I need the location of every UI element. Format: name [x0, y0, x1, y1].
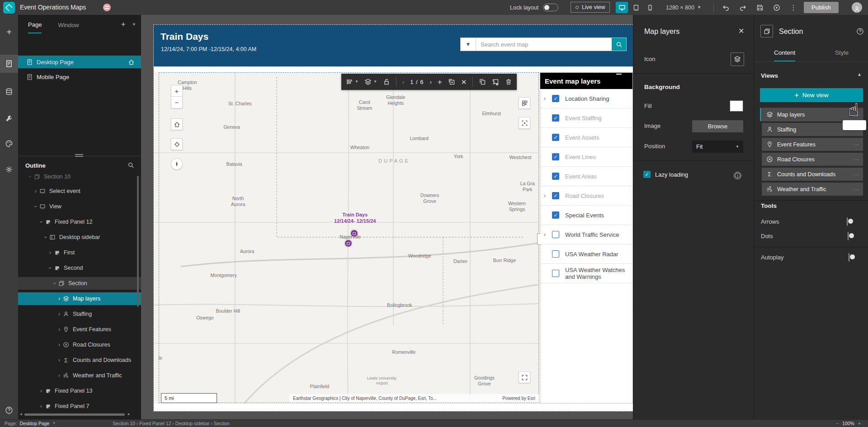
layer-row[interactable]: ✓ Special Events	[540, 206, 632, 225]
compass-button[interactable]	[171, 158, 183, 170]
layer-checkbox[interactable]	[552, 250, 559, 258]
outline-item-section[interactable]: › Section	[18, 277, 141, 290]
tab-page[interactable]: Page	[28, 16, 42, 33]
scroll-left-icon[interactable]: ◂	[20, 412, 22, 416]
layer-row[interactable]: ✓ Event Areas	[540, 167, 632, 186]
layer-row[interactable]: ✓ Event Assets	[540, 128, 632, 147]
outline-item-event-features[interactable]: › Event Features	[18, 323, 141, 336]
data-panel-button[interactable]	[0, 83, 18, 101]
chevron-icon[interactable]: ›	[33, 203, 39, 210]
view-options-button[interactable]: ···	[853, 187, 859, 192]
settings-panel-button[interactable]	[0, 160, 18, 178]
search-button[interactable]	[612, 38, 626, 51]
position-select[interactable]: Fit ▼	[692, 141, 743, 153]
outline-item-counts-downloads[interactable]: › Σ Counts and Downloads	[18, 354, 141, 366]
layer-checkbox[interactable]	[552, 270, 559, 277]
insert-widget-button[interactable]: +	[0, 23, 18, 41]
view-options-button[interactable]: ···	[853, 142, 859, 147]
outline-item-weather-traffic[interactable]: › Weather and Traffic	[18, 369, 141, 382]
prev-view-button[interactable]: ‹	[402, 79, 404, 85]
preview-button[interactable]	[771, 2, 783, 14]
outline-item-desktop-sidebar[interactable]: › Desktop sidebar	[18, 231, 141, 244]
chevron-icon[interactable]: ›	[56, 296, 62, 302]
chevron-icon[interactable]: ›	[47, 265, 53, 271]
view-options-button[interactable]: ···	[853, 172, 859, 177]
chevron-icon[interactable]: ›	[56, 357, 62, 363]
minimize-icon[interactable]	[616, 74, 622, 75]
outline-item-second[interactable]: › Second	[18, 262, 141, 274]
dots-toggle[interactable]	[848, 232, 849, 240]
chevron-icon[interactable]: ›	[47, 249, 53, 256]
layer-row[interactable]: › World Traffic Service	[540, 225, 632, 244]
icon-picker-button[interactable]	[731, 52, 744, 66]
close-icon[interactable]: ✕	[738, 28, 744, 35]
page-item-desktop[interactable]: Desktop Page	[18, 56, 141, 68]
help-button[interactable]	[0, 401, 18, 419]
view-item-weather-traffic[interactable]: Weather and Traffic ···	[762, 183, 863, 196]
resolution-dropdown[interactable]: 1280 × 800	[666, 5, 694, 11]
event-pin-icon[interactable]	[344, 239, 352, 247]
search-input[interactable]	[476, 38, 612, 51]
publish-button[interactable]: Publish	[804, 2, 839, 13]
page-panel-button[interactable]	[0, 55, 18, 73]
tab-content[interactable]: Content	[774, 49, 795, 61]
home-extent-button[interactable]	[171, 118, 183, 130]
event-map-layers-header[interactable]: Event map layers	[540, 73, 632, 89]
zoom-in-icon[interactable]: +	[858, 421, 861, 426]
layer-checkbox[interactable]: ✓	[552, 173, 559, 180]
fill-color-swatch[interactable]	[730, 101, 743, 111]
duplicate-view-button[interactable]	[448, 78, 455, 85]
delete-widget-button[interactable]	[505, 78, 512, 85]
view-item-road-closures[interactable]: Road Closures ···	[762, 153, 863, 166]
chevron-icon[interactable]: ›	[38, 388, 44, 394]
live-view-button[interactable]: Live view	[571, 2, 610, 13]
more-menu-button[interactable]: ⋮	[788, 2, 799, 14]
scroll-right-icon[interactable]: ▸	[128, 412, 130, 416]
layer-row[interactable]: ✓ Event Staffing	[540, 108, 632, 128]
tools-panel-button[interactable]	[0, 109, 18, 127]
device-desktop-button[interactable]	[616, 2, 628, 13]
delete-view-button[interactable]: ✕	[461, 79, 467, 85]
outline-item-fixed-panel-7[interactable]: › Fixed Panel 7	[18, 400, 141, 413]
panel-drag-handle[interactable]	[537, 233, 541, 245]
outline-item-fixed-panel-12[interactable]: › Fixed Panel 12	[18, 216, 141, 228]
capture-button[interactable]	[519, 117, 530, 129]
chevron-icon[interactable]: ›	[38, 219, 44, 225]
locate-button[interactable]	[171, 138, 183, 150]
unlock-button[interactable]	[383, 78, 390, 85]
tab-style[interactable]: Style	[835, 49, 849, 61]
undo-button[interactable]	[720, 2, 731, 14]
outline-item-section-10[interactable]: › Section 10	[18, 170, 141, 183]
event-pin-icon[interactable]	[350, 230, 358, 237]
info-icon[interactable]	[734, 172, 741, 179]
chevron-icon[interactable]: ›	[56, 372, 62, 379]
event-banner-widget[interactable]: Train Days 12/14/24, 7:00 PM -12/15/24, …	[154, 25, 633, 66]
view-item-event-features[interactable]: Event Features ···	[762, 138, 863, 151]
expand-chevron-icon[interactable]: ›	[544, 95, 552, 102]
map-widget[interactable]: Campton Hills St. Charles Carol Stream G…	[154, 72, 633, 404]
chevron-icon[interactable]: ›	[56, 326, 62, 333]
page-menu-chevron-icon[interactable]: ▼	[132, 23, 136, 27]
outline-item-road-closures[interactable]: › Road Closures	[18, 338, 141, 351]
new-view-button[interactable]: + New view	[760, 88, 863, 102]
layer-checkbox[interactable]: ✓	[552, 153, 559, 160]
layer-row[interactable]: ✓ Event Lines	[540, 147, 632, 167]
outline-search-icon[interactable]	[127, 162, 134, 169]
add-page-button[interactable]: +	[121, 21, 125, 28]
arrows-toggle[interactable]	[847, 217, 848, 226]
expand-chevron-icon[interactable]: ›	[544, 231, 552, 238]
user-avatar[interactable]	[852, 2, 862, 13]
next-view-button[interactable]: ›	[429, 79, 431, 85]
expand-chevron-icon[interactable]: ›	[544, 192, 552, 199]
autoplay-toggle[interactable]	[849, 253, 849, 262]
help-icon[interactable]	[856, 28, 864, 35]
layer-checkbox[interactable]: ✓	[552, 114, 559, 122]
outline-item-map-layers[interactable]: › Map layers	[18, 292, 141, 305]
layer-row[interactable]: › ✓ Location Sharing	[540, 89, 632, 108]
align-menu-button[interactable]: ▼	[346, 78, 359, 85]
outline-item-fixed-panel-13[interactable]: › Fixed Panel 13	[18, 385, 141, 397]
chevron-icon[interactable]: ›	[27, 174, 33, 180]
chevron-icon[interactable]: ›	[33, 188, 39, 194]
statusbar-breadcrumb[interactable]: Section 10 › Fixed Panel 12 › Desktop si…	[113, 421, 230, 426]
theme-panel-button[interactable]	[0, 135, 18, 153]
